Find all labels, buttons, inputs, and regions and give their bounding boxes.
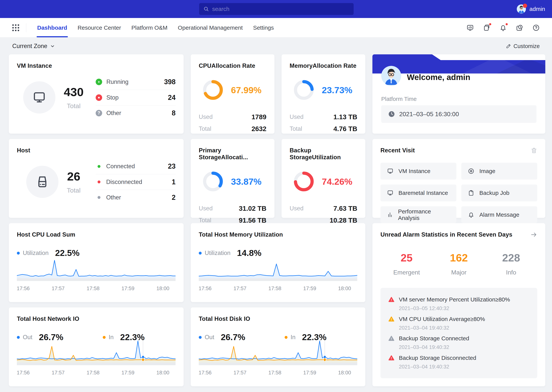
chevron-down-icon [50, 44, 55, 49]
card-title: Total Host Memory Utilization [199, 231, 357, 238]
alarm-item[interactable]: Backup Storage Connected 2021–03–04 19:4… [388, 335, 530, 350]
legend-utilization: Utilization 14.8% [199, 248, 261, 258]
card-title: Backup StorageUtilization [290, 147, 357, 161]
backup-job-icon [468, 190, 474, 196]
x-axis: 17:56 17:57 17:58 17:59 18:00 [17, 284, 175, 294]
host-status-row: Disconnected 1 [96, 174, 175, 190]
warning-triangle-icon [388, 355, 395, 361]
recent-visit-card: Recent Visit VM Instance Image Baremetal… [372, 139, 545, 218]
recent-image[interactable]: Image [461, 163, 537, 180]
vm-total-value: 430 [64, 85, 84, 99]
legend-dot [103, 336, 106, 339]
arrow-right-icon[interactable] [530, 231, 537, 238]
warning-triangle-icon [388, 335, 395, 342]
monitor-icon [387, 168, 393, 174]
recent-alarm-message[interactable]: Alarm Message [461, 206, 537, 223]
vm-status-row: ? Other 8 [96, 105, 175, 121]
recent-performance-analysis[interactable]: Performance Analysis [380, 206, 456, 223]
warning-triangle-icon [388, 296, 395, 303]
card-title: MemoryAllocation Rate [290, 63, 357, 69]
operation-record-icon[interactable] [516, 24, 523, 31]
legend-dot [17, 336, 20, 339]
legend-in: In 22.3% [103, 332, 145, 342]
used-row: Used31.02 TB [199, 203, 266, 214]
bar-chart-icon [387, 211, 393, 218]
nav-platform-om[interactable]: Platform O&M [126, 18, 173, 37]
search-input[interactable] [212, 6, 349, 12]
nav-settings[interactable]: Settings [248, 18, 279, 37]
total-row: Total4.76 TB [290, 123, 357, 135]
card-title: Primary StorageAllocati... [199, 147, 266, 161]
vm-status-row: Running 398 [96, 74, 175, 90]
bell-badge [505, 23, 508, 26]
line-chart [17, 256, 175, 281]
vm-total-label: Total [64, 102, 84, 110]
nav-resource-center[interactable]: Resource Center [73, 18, 126, 37]
tasks-badge [489, 23, 492, 26]
nav-dashboard[interactable]: Dashboard [32, 18, 73, 37]
topbar: admin [0, 0, 552, 18]
memory-allocation-card: MemoryAllocation Rate 23.73% Used1.13 TB… [282, 54, 365, 133]
play-circle-icon [96, 79, 102, 85]
host-server-icon [26, 166, 58, 198]
welcome-card: Welcome, admin Platform Time 2021–03–05 … [372, 54, 545, 133]
card-title: Unread Alarm Statistics in Recent Seven … [380, 231, 512, 238]
zone-label: Current Zone [12, 43, 47, 49]
monitor-icon [387, 190, 393, 196]
host-status-row: Other 2 [96, 190, 175, 205]
percent-value: 74.26% [322, 176, 352, 187]
recent-vm-instance[interactable]: VM Instance [380, 163, 456, 180]
host-cpu-load-card: Host CPU Load Sum Utilization 22.5% 17:5… [9, 223, 184, 302]
avatar[interactable] [517, 4, 526, 14]
status-dot [98, 181, 101, 183]
used-row: Used7.63 TB [290, 203, 357, 214]
legend-dot [17, 252, 20, 255]
host-network-io-card: Total Host Network IO Out 26.7% In 22.3%… [9, 308, 184, 386]
card-title: Host [17, 147, 175, 154]
monitor-dashboard-icon[interactable] [466, 24, 474, 31]
used-row: Used1.13 TB [290, 111, 357, 123]
platform-time-label: Platform Time [381, 96, 417, 102]
legend-utilization: Utilization 22.5% [17, 248, 80, 258]
tasks-icon[interactable] [483, 24, 490, 31]
recent-baremetal-instance[interactable]: Baremetal Instance [380, 184, 456, 201]
user-menu[interactable]: admin [517, 4, 545, 14]
donut-chart [203, 171, 223, 191]
avatar [381, 66, 401, 86]
alarm-item[interactable]: VM CPU Utilization Average≥80% 2021–03–0… [388, 316, 530, 331]
help-icon[interactable] [532, 24, 540, 31]
pencil-icon [506, 43, 511, 49]
x-axis: 17:56 17:57 17:58 17:59 18:00 [199, 368, 357, 378]
legend-out: Out 26.7% [199, 332, 245, 342]
trash-icon[interactable] [531, 147, 537, 154]
alarm-item[interactable]: VM server Memory Percent Utilization≥80%… [388, 296, 530, 311]
search-icon [203, 6, 209, 12]
question-circle-icon: ? [96, 110, 102, 116]
welcome-title: Welcome, admin [407, 73, 470, 82]
host-status-row: Connected 23 [96, 159, 175, 174]
percent-value: 23.73% [322, 85, 352, 95]
total-row: Total2632 [199, 123, 266, 135]
card-title: CPUAllocation Rate [199, 63, 266, 69]
warning-triangle-icon [388, 316, 395, 322]
zone-selector[interactable]: Current Zone [12, 43, 55, 49]
apps-grid-icon[interactable] [12, 24, 19, 31]
cpu-allocation-card: CPUAllocation Rate 67.99% Used1789 Total… [191, 54, 275, 133]
page-toolbar: Current Zone Customize [0, 37, 552, 50]
recent-backup-job[interactable]: Backup Job [461, 184, 537, 201]
alarm-item[interactable]: Backup Storage Disconnected 2021–03–04 1… [388, 355, 530, 370]
customize-button[interactable]: Customize [506, 43, 540, 49]
percent-value: 67.99% [231, 85, 261, 95]
unread-alarm-card: Unread Alarm Statistics in Recent Seven … [372, 223, 545, 386]
card-title: VM Instance [17, 63, 175, 69]
vm-instance-card: VM Instance 430 Total Running [9, 54, 184, 133]
platform-time-value: 2021–03–05 16:30:00 [399, 111, 459, 118]
global-search[interactable] [199, 3, 354, 15]
bell-icon[interactable] [500, 24, 507, 31]
legend-dot [285, 336, 288, 339]
platform-time-box: 2021–03–05 16:30:00 [381, 105, 537, 123]
nav-operational-management[interactable]: Operational Management [173, 18, 248, 37]
host-total-value: 26 [67, 170, 81, 183]
legend-in: In 22.3% [285, 332, 327, 342]
vm-status-row: Stop 24 [96, 90, 175, 105]
